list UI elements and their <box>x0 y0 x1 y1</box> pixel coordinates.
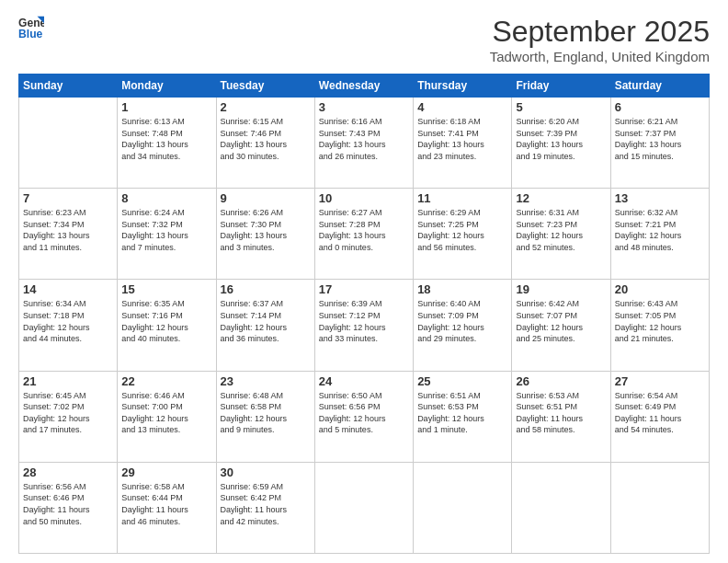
day-number: 15 <box>121 282 211 296</box>
day-number: 8 <box>121 191 211 205</box>
table-row: 10Sunrise: 6:27 AM Sunset: 7:28 PM Dayli… <box>314 189 413 280</box>
day-number: 9 <box>221 191 311 205</box>
col-wednesday: Wednesday <box>314 75 413 98</box>
logo-icon: General Blue <box>18 15 44 40</box>
day-number: 14 <box>23 282 113 296</box>
month-title: September 2025 <box>490 15 710 49</box>
table-row: 3Sunrise: 6:16 AM Sunset: 7:43 PM Daylig… <box>314 98 413 189</box>
table-row: 9Sunrise: 6:26 AM Sunset: 7:30 PM Daylig… <box>216 189 314 280</box>
location: Tadworth, England, United Kingdom <box>490 49 710 64</box>
day-info: Sunrise: 6:58 AM Sunset: 6:44 PM Dayligh… <box>121 481 211 527</box>
table-row: 8Sunrise: 6:24 AM Sunset: 7:32 PM Daylig… <box>118 189 216 280</box>
table-row: 4Sunrise: 6:18 AM Sunset: 7:41 PM Daylig… <box>414 98 512 189</box>
table-row: 28Sunrise: 6:56 AM Sunset: 6:46 PM Dayli… <box>19 462 118 553</box>
day-number: 4 <box>417 100 507 114</box>
day-number: 19 <box>516 282 606 296</box>
day-info: Sunrise: 6:46 AM Sunset: 7:00 PM Dayligh… <box>121 390 211 436</box>
day-info: Sunrise: 6:18 AM Sunset: 7:41 PM Dayligh… <box>417 116 507 162</box>
day-number: 26 <box>516 374 606 388</box>
day-info: Sunrise: 6:23 AM Sunset: 7:34 PM Dayligh… <box>23 207 113 253</box>
col-tuesday: Tuesday <box>216 75 314 98</box>
table-row <box>610 462 709 553</box>
day-number: 25 <box>417 374 507 388</box>
calendar-week-row: 28Sunrise: 6:56 AM Sunset: 6:46 PM Dayli… <box>19 462 710 553</box>
day-number: 17 <box>319 282 409 296</box>
table-row <box>512 462 610 553</box>
day-info: Sunrise: 6:42 AM Sunset: 7:07 PM Dayligh… <box>516 298 606 344</box>
day-info: Sunrise: 6:48 AM Sunset: 6:58 PM Dayligh… <box>221 390 311 436</box>
table-row: 18Sunrise: 6:40 AM Sunset: 7:09 PM Dayli… <box>414 280 512 371</box>
day-number: 22 <box>121 374 211 388</box>
calendar-header-row: Sunday Monday Tuesday Wednesday Thursday… <box>19 75 710 98</box>
table-row: 15Sunrise: 6:35 AM Sunset: 7:16 PM Dayli… <box>118 280 216 371</box>
table-row: 14Sunrise: 6:34 AM Sunset: 7:18 PM Dayli… <box>19 280 118 371</box>
day-info: Sunrise: 6:15 AM Sunset: 7:46 PM Dayligh… <box>221 116 311 162</box>
day-number: 28 <box>23 465 113 479</box>
table-row: 23Sunrise: 6:48 AM Sunset: 6:58 PM Dayli… <box>216 371 314 462</box>
table-row: 13Sunrise: 6:32 AM Sunset: 7:21 PM Dayli… <box>610 189 709 280</box>
day-info: Sunrise: 6:39 AM Sunset: 7:12 PM Dayligh… <box>319 298 409 344</box>
day-number: 24 <box>319 374 409 388</box>
table-row: 7Sunrise: 6:23 AM Sunset: 7:34 PM Daylig… <box>19 189 118 280</box>
day-info: Sunrise: 6:45 AM Sunset: 7:02 PM Dayligh… <box>23 390 113 436</box>
table-row: 24Sunrise: 6:50 AM Sunset: 6:56 PM Dayli… <box>314 371 413 462</box>
table-row: 26Sunrise: 6:53 AM Sunset: 6:51 PM Dayli… <box>512 371 610 462</box>
svg-text:Blue: Blue <box>18 28 43 40</box>
table-row: 20Sunrise: 6:43 AM Sunset: 7:05 PM Dayli… <box>610 280 709 371</box>
day-info: Sunrise: 6:34 AM Sunset: 7:18 PM Dayligh… <box>23 298 113 344</box>
day-info: Sunrise: 6:54 AM Sunset: 6:49 PM Dayligh… <box>615 390 705 436</box>
table-row: 30Sunrise: 6:59 AM Sunset: 6:42 PM Dayli… <box>216 462 314 553</box>
table-row: 29Sunrise: 6:58 AM Sunset: 6:44 PM Dayli… <box>118 462 216 553</box>
day-number: 6 <box>615 100 705 114</box>
day-info: Sunrise: 6:31 AM Sunset: 7:23 PM Dayligh… <box>516 207 606 253</box>
day-info: Sunrise: 6:50 AM Sunset: 6:56 PM Dayligh… <box>319 390 409 436</box>
col-thursday: Thursday <box>414 75 512 98</box>
logo: General Blue <box>18 15 44 40</box>
table-row: 19Sunrise: 6:42 AM Sunset: 7:07 PM Dayli… <box>512 280 610 371</box>
table-row: 5Sunrise: 6:20 AM Sunset: 7:39 PM Daylig… <box>512 98 610 189</box>
day-info: Sunrise: 6:35 AM Sunset: 7:16 PM Dayligh… <box>121 298 211 344</box>
col-monday: Monday <box>118 75 216 98</box>
day-info: Sunrise: 6:40 AM Sunset: 7:09 PM Dayligh… <box>417 298 507 344</box>
day-number: 21 <box>23 374 113 388</box>
day-number: 11 <box>417 191 507 205</box>
day-number: 18 <box>417 282 507 296</box>
calendar-week-row: 14Sunrise: 6:34 AM Sunset: 7:18 PM Dayli… <box>19 280 710 371</box>
day-info: Sunrise: 6:13 AM Sunset: 7:48 PM Dayligh… <box>121 116 211 162</box>
day-number: 16 <box>221 282 311 296</box>
day-number: 5 <box>516 100 606 114</box>
title-block: September 2025 Tadworth, England, United… <box>490 15 710 64</box>
table-row: 2Sunrise: 6:15 AM Sunset: 7:46 PM Daylig… <box>216 98 314 189</box>
day-info: Sunrise: 6:26 AM Sunset: 7:30 PM Dayligh… <box>221 207 311 253</box>
table-row <box>314 462 413 553</box>
day-number: 12 <box>516 191 606 205</box>
col-saturday: Saturday <box>610 75 709 98</box>
calendar-week-row: 21Sunrise: 6:45 AM Sunset: 7:02 PM Dayli… <box>19 371 710 462</box>
table-row: 1Sunrise: 6:13 AM Sunset: 7:48 PM Daylig… <box>118 98 216 189</box>
day-number: 3 <box>319 100 409 114</box>
day-number: 29 <box>121 465 211 479</box>
day-number: 10 <box>319 191 409 205</box>
table-row: 17Sunrise: 6:39 AM Sunset: 7:12 PM Dayli… <box>314 280 413 371</box>
day-number: 27 <box>615 374 705 388</box>
day-info: Sunrise: 6:37 AM Sunset: 7:14 PM Dayligh… <box>221 298 311 344</box>
calendar-week-row: 1Sunrise: 6:13 AM Sunset: 7:48 PM Daylig… <box>19 98 710 189</box>
day-info: Sunrise: 6:59 AM Sunset: 6:42 PM Dayligh… <box>221 481 311 527</box>
table-row: 6Sunrise: 6:21 AM Sunset: 7:37 PM Daylig… <box>610 98 709 189</box>
day-number: 30 <box>221 465 311 479</box>
table-row <box>19 98 118 189</box>
day-info: Sunrise: 6:20 AM Sunset: 7:39 PM Dayligh… <box>516 116 606 162</box>
calendar: Sunday Monday Tuesday Wednesday Thursday… <box>18 74 710 554</box>
day-info: Sunrise: 6:24 AM Sunset: 7:32 PM Dayligh… <box>121 207 211 253</box>
day-info: Sunrise: 6:21 AM Sunset: 7:37 PM Dayligh… <box>615 116 705 162</box>
calendar-week-row: 7Sunrise: 6:23 AM Sunset: 7:34 PM Daylig… <box>19 189 710 280</box>
day-info: Sunrise: 6:27 AM Sunset: 7:28 PM Dayligh… <box>319 207 409 253</box>
day-number: 7 <box>23 191 113 205</box>
day-info: Sunrise: 6:29 AM Sunset: 7:25 PM Dayligh… <box>417 207 507 253</box>
table-row: 25Sunrise: 6:51 AM Sunset: 6:53 PM Dayli… <box>414 371 512 462</box>
table-row: 27Sunrise: 6:54 AM Sunset: 6:49 PM Dayli… <box>610 371 709 462</box>
table-row: 12Sunrise: 6:31 AM Sunset: 7:23 PM Dayli… <box>512 189 610 280</box>
table-row: 11Sunrise: 6:29 AM Sunset: 7:25 PM Dayli… <box>414 189 512 280</box>
day-number: 1 <box>121 100 211 114</box>
day-number: 23 <box>221 374 311 388</box>
